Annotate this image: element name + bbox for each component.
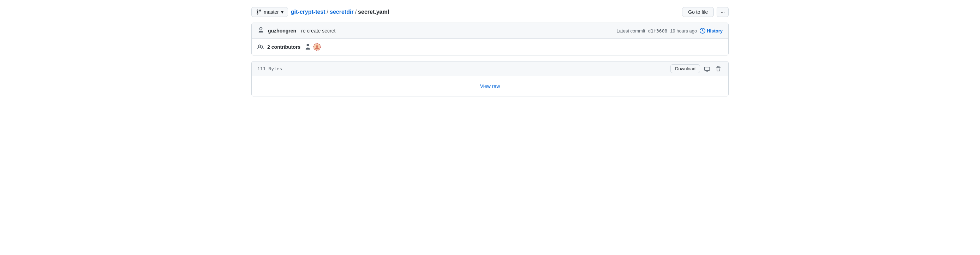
file-actions: Download bbox=[670, 64, 723, 73]
file-panel: 111 Bytes Download View raw bbox=[251, 61, 729, 96]
commit-hash[interactable]: d1f3608 bbox=[648, 28, 668, 33]
contributor-avatar-2[interactable] bbox=[313, 43, 321, 51]
commit-panel: guzhongren re create secret Latest commi… bbox=[251, 22, 729, 56]
contributors-icon bbox=[257, 44, 264, 50]
repo-link[interactable]: git-crypt-test bbox=[291, 9, 326, 15]
view-raw-link[interactable]: View raw bbox=[480, 83, 500, 89]
commit-author[interactable]: guzhongren bbox=[268, 28, 296, 33]
breadcrumb-right: Go to file ··· bbox=[682, 7, 729, 17]
svg-point-0 bbox=[307, 44, 309, 46]
delete-icon bbox=[716, 66, 721, 72]
commit-message: re create secret bbox=[301, 28, 336, 33]
branch-name: master bbox=[264, 9, 279, 15]
contributors-label: 2 contributors bbox=[267, 44, 301, 50]
breadcrumb-bar: master ▾ git-crypt-test / secretdir / se… bbox=[251, 7, 729, 17]
separator-1: / bbox=[327, 9, 328, 15]
breadcrumb-left: master ▾ git-crypt-test / secretdir / se… bbox=[251, 7, 389, 17]
contributors-row: 2 contributors bbox=[252, 39, 728, 55]
file-content: View raw bbox=[252, 76, 728, 96]
breadcrumb-path: git-crypt-test / secretdir / secret.yaml bbox=[291, 9, 389, 15]
history-icon bbox=[700, 28, 705, 33]
display-icon-button[interactable] bbox=[703, 65, 711, 73]
file-size: 111 Bytes bbox=[257, 66, 282, 71]
latest-commit-label: Latest commit bbox=[617, 28, 645, 33]
svg-point-2 bbox=[316, 45, 318, 47]
separator-2: / bbox=[355, 9, 356, 15]
go-to-file-button[interactable]: Go to file bbox=[682, 7, 714, 17]
delete-icon-button[interactable] bbox=[714, 65, 723, 73]
history-link[interactable]: History bbox=[700, 28, 723, 33]
commit-author-avatar bbox=[257, 27, 264, 34]
commit-left: guzhongren re create secret bbox=[257, 27, 336, 34]
history-label: History bbox=[707, 28, 723, 33]
contributor-avatar-1[interactable] bbox=[304, 43, 312, 51]
branch-icon bbox=[256, 9, 262, 15]
commit-row: guzhongren re create secret Latest commi… bbox=[252, 23, 728, 39]
dir-link[interactable]: secretdir bbox=[330, 9, 354, 15]
download-button[interactable]: Download bbox=[670, 64, 700, 73]
commit-right: Latest commit d1f3608 19 hours ago Histo… bbox=[617, 28, 723, 33]
contributor-avatars bbox=[304, 43, 321, 51]
branch-selector[interactable]: master ▾ bbox=[251, 7, 288, 17]
commit-time: 19 hours ago bbox=[670, 28, 697, 33]
file-header: 111 Bytes Download bbox=[252, 61, 728, 76]
branch-dropdown-arrow: ▾ bbox=[281, 9, 283, 15]
more-options-button[interactable]: ··· bbox=[717, 7, 729, 17]
file-name: secret.yaml bbox=[358, 9, 389, 15]
display-icon bbox=[704, 66, 710, 72]
